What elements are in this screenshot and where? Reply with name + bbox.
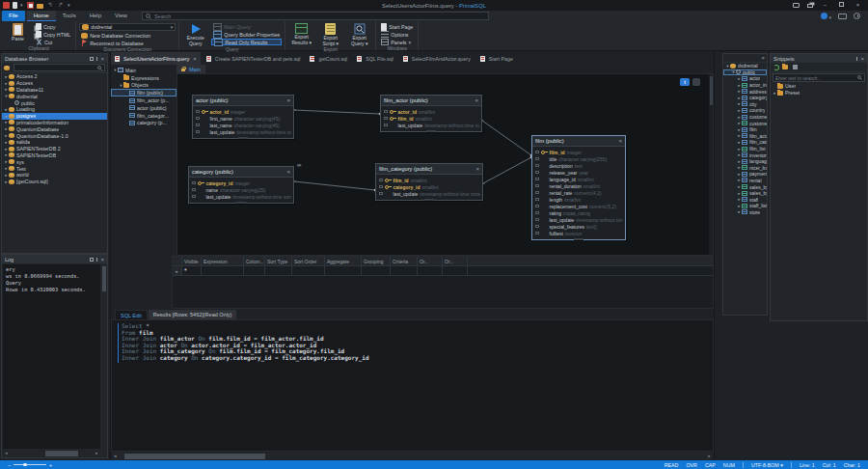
field-checkbox[interactable] bbox=[535, 178, 539, 181]
meta-item-inventory[interactable]: ▸inventory bbox=[723, 152, 767, 158]
sql-tab-sql-edit[interactable]: SQL Edit bbox=[115, 310, 148, 319]
meta-item-customer-list[interactable]: ▸customer_list bbox=[723, 120, 767, 126]
zoom-slider[interactable]: − + bbox=[0, 462, 52, 468]
close-table-icon[interactable]: × bbox=[286, 97, 290, 103]
field-checkbox[interactable] bbox=[384, 117, 388, 121]
field-row-film-id[interactable]: film_idinteger bbox=[534, 149, 623, 155]
dbb-item-database11[interactable]: ▸Database11 bbox=[2, 87, 107, 94]
paste-button[interactable]: Paste bbox=[5, 23, 31, 45]
zoom-knob[interactable] bbox=[23, 463, 27, 467]
close-table-icon[interactable]: × bbox=[286, 169, 290, 175]
field-row-actor-id[interactable]: actor_idsmallint bbox=[383, 108, 479, 115]
field-checkbox[interactable] bbox=[379, 179, 383, 182]
field-row-last-name[interactable]: last_namecharacter varying(45) bbox=[195, 122, 291, 128]
field-checkbox[interactable] bbox=[535, 198, 539, 202]
meta-item-payment[interactable]: ▸payment bbox=[723, 171, 767, 178]
grid-cell-expression[interactable] bbox=[202, 266, 244, 275]
encoding-selector[interactable]: UTF-8-BOM ▾ bbox=[751, 462, 783, 468]
status-flag-ovr[interactable]: OVR bbox=[686, 462, 696, 468]
doc-tab-sql-file-sql[interactable]: SQL File.sql bbox=[353, 52, 397, 65]
sql-horizontal-scrollbar[interactable]: ◂ ▸ bbox=[112, 453, 713, 459]
grid-cell-or[interactable] bbox=[443, 266, 468, 275]
field-row-language-id[interactable]: language_idsmallint bbox=[534, 176, 623, 182]
export-query-button[interactable]: Export Query ▾ bbox=[346, 23, 372, 46]
field-row-category-id[interactable]: category_idsmallint bbox=[378, 183, 480, 190]
feedback-icon[interactable] bbox=[793, 3, 800, 8]
grid-column-header-colum[interactable]: Colum... bbox=[244, 257, 265, 265]
pin-log-icon[interactable] bbox=[96, 258, 98, 262]
field-row-last-update[interactable]: last_updatetimestamp without time zone bbox=[191, 193, 291, 200]
close-log-icon[interactable]: × bbox=[100, 257, 104, 262]
meta-item-film[interactable]: ▸film bbox=[723, 126, 767, 133]
grid-cell-aggregate[interactable] bbox=[325, 266, 362, 275]
doc-tab-getcount-sql[interactable]: getCount.sql bbox=[306, 52, 351, 65]
field-row-last-update[interactable]: last_updatetimestamp without time zone bbox=[195, 128, 291, 135]
doc-tab-selectusersactorfilms-query[interactable]: SelectUsersActorFilms.query× bbox=[111, 52, 201, 65]
meta-item-film-list[interactable]: ▸film_list bbox=[723, 146, 767, 152]
qtree-item-film-actor-p[interactable]: film_actor (p... bbox=[111, 97, 176, 104]
field-checkbox[interactable] bbox=[192, 195, 196, 199]
dbb-item-access[interactable]: ▸Access bbox=[2, 80, 107, 87]
table-header-actor-public[interactable]: actor (public)× bbox=[193, 96, 293, 106]
dbb-item-sapientesterdb[interactable]: ▸SAPIENTesterDB bbox=[2, 152, 107, 159]
dbb-item-quantumdatabase-1-0[interactable]: ▸QuantumDatabase-1.0 bbox=[2, 132, 107, 139]
close-panel-icon[interactable]: × bbox=[100, 56, 104, 62]
new-file-dropdown-icon[interactable]: ▾ bbox=[20, 2, 24, 9]
diagram-table-film-category-public[interactable]: film_category (public)×film_idsmallintca… bbox=[375, 163, 483, 201]
grid-cell-sort-type[interactable] bbox=[265, 266, 292, 275]
dock-window-icon[interactable] bbox=[807, 4, 813, 8]
dbb-item-sapientesterdb-2[interactable]: ▸SAPIENTesterDB 2 bbox=[2, 146, 107, 152]
canvas-options-button[interactable] bbox=[692, 78, 700, 86]
meta-item-dvdrental[interactable]: ▾dvdrental bbox=[723, 63, 767, 69]
diagram-canvas[interactable]: ∞ i actor (public)×actor_idintegerfirst_… bbox=[176, 73, 714, 256]
sql-code-editor[interactable]: Select *From film Inner Join film_actor … bbox=[111, 319, 714, 452]
field-checkbox[interactable] bbox=[196, 130, 200, 134]
dbb-item-test[interactable]: ▸Test bbox=[2, 165, 107, 172]
meta-item-country[interactable]: ▸country bbox=[723, 107, 767, 114]
field-row-release-year[interactable]: release_yearyear bbox=[534, 169, 623, 176]
redo-icon[interactable]: ↱ bbox=[57, 2, 65, 9]
field-row-replacement-cost[interactable]: replacement_costnumeric(5,2) bbox=[534, 203, 623, 209]
database-filter-input[interactable] bbox=[14, 64, 105, 71]
grid-column-header-aggregate[interactable]: Aggregate bbox=[325, 257, 362, 265]
tab-main-query[interactable]: Main bbox=[176, 65, 205, 73]
copy-html-button[interactable]: Copy HTML bbox=[34, 31, 72, 38]
qtree-item-category-p[interactable]: category (p... bbox=[111, 120, 176, 127]
table-header-film-category-public[interactable]: film_category (public)× bbox=[376, 164, 482, 175]
meta-item-nicer-but-sl[interactable]: ▸nicer_but_sl... bbox=[723, 165, 767, 172]
field-row-length[interactable]: lengthsmallint bbox=[534, 196, 623, 203]
pin-panel-icon[interactable] bbox=[96, 57, 98, 61]
meta-item-public[interactable]: ▾public bbox=[723, 69, 767, 76]
field-row-last-update[interactable]: last_updatetimestamp without time zone bbox=[534, 216, 623, 223]
new-folder-icon[interactable] bbox=[782, 65, 788, 69]
meta-item-film-actor[interactable]: ▸film_actor bbox=[723, 133, 767, 140]
table-header-film-public[interactable]: film (public)× bbox=[532, 136, 625, 147]
dbb-item-world[interactable]: ▸world bbox=[2, 172, 107, 179]
dbb-item-primalcoderinformation[interactable]: ▸primalcoderInformation bbox=[2, 120, 107, 126]
meta-item-film-category[interactable]: ▸film_category bbox=[723, 139, 767, 146]
field-row-film-id[interactable]: film_idsmallint bbox=[378, 177, 480, 183]
maximize-panel-icon[interactable] bbox=[90, 57, 94, 61]
grid-column-header-grouping[interactable]: Grouping bbox=[362, 257, 391, 265]
field-row-fulltext[interactable]: fulltexttsvector bbox=[534, 230, 623, 236]
field-checkbox[interactable] bbox=[535, 225, 539, 229]
query-builder-properties-button[interactable]: Query Builder Properties bbox=[211, 31, 282, 38]
meta-item-sales-by-fil[interactable]: ▸sales_by_fil... bbox=[723, 183, 767, 190]
sql-tab-results-rows-5462-read-only[interactable]: Results [Rows: 5462](Read Only) bbox=[149, 310, 237, 319]
panels-button[interactable]: Panels ▾ bbox=[379, 39, 415, 45]
field-checkbox[interactable] bbox=[196, 117, 200, 121]
doc-tab-create-sapientesterdb-and-pets-sql[interactable]: Create SAPIENTesterDB and pets.sql bbox=[203, 52, 305, 65]
field-checkbox[interactable] bbox=[384, 110, 388, 114]
field-checkbox[interactable] bbox=[535, 151, 539, 154]
close-tab-icon[interactable]: × bbox=[193, 56, 197, 62]
field-checkbox[interactable] bbox=[535, 191, 539, 195]
field-checkbox[interactable] bbox=[379, 192, 383, 196]
copy-button[interactable]: Copy bbox=[34, 23, 72, 30]
field-checkbox[interactable] bbox=[384, 124, 388, 127]
connections-icon[interactable] bbox=[4, 66, 10, 70]
qtree-item-actor-public[interactable]: actor (public) bbox=[111, 104, 176, 112]
meta-item-city[interactable]: ▸city bbox=[723, 101, 767, 108]
grid-cell-criteria[interactable] bbox=[391, 266, 418, 275]
new-database-connection-button[interactable]: New Database Connection bbox=[79, 32, 176, 39]
sql-scroll-right-icon[interactable]: ▸ bbox=[706, 454, 713, 458]
